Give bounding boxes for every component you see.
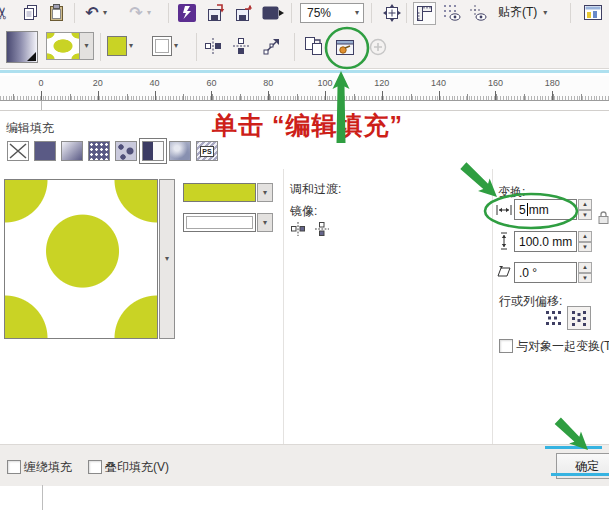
ruler-major-tick — [155, 91, 156, 100]
guidelines-toggle-icon[interactable] — [467, 2, 488, 23]
ruler-major-tick — [268, 91, 269, 100]
wrap-fill-label: 缠绕填充 — [24, 459, 72, 476]
property-bar: ▾ ▾ ▾ — [0, 26, 609, 69]
spin-down-icon: ▼ — [578, 273, 592, 284]
tile-width-spinner[interactable]: ▲▼ — [578, 199, 592, 220]
ok-button-label: 确定 — [575, 458, 599, 475]
mirror-label: 镜像: — [290, 203, 317, 220]
tile-width-unit: mm — [529, 203, 549, 217]
fill-type-two-color-pattern[interactable] — [142, 141, 164, 161]
document-tab-edge — [0, 70, 609, 73]
snap-dropdown-icon: ▾ — [543, 9, 547, 17]
fill-type-texture[interactable] — [169, 141, 191, 161]
fill-type-selector: PS — [7, 141, 218, 161]
panel-divider — [283, 169, 284, 449]
pattern-preview[interactable] — [4, 179, 158, 339]
ruler-tick-label: 0 — [38, 78, 43, 88]
front-color-dropdown2-icon[interactable]: ▾ — [257, 183, 273, 202]
fill-type-postscript[interactable]: PS — [196, 141, 218, 161]
ruler-major-tick — [552, 91, 553, 100]
ok-highlight-bottom — [551, 473, 609, 476]
fill-type-uniform[interactable] — [34, 141, 56, 161]
pattern-gallery-dropdown[interactable]: ▾ — [159, 179, 175, 339]
front-color-swatch[interactable] — [107, 36, 127, 56]
skew-input[interactable]: .0 ° — [514, 262, 577, 283]
pattern-picker-dropdown-icon[interactable]: ▾ — [79, 32, 94, 60]
fill-type-no-fill[interactable] — [7, 141, 29, 161]
transform-fill-icon[interactable] — [262, 36, 282, 56]
tile-width-input[interactable]: 5mm — [514, 199, 577, 220]
back-color-dropdown-icon[interactable]: ▾ — [174, 42, 178, 50]
front-color-dropdown-icon[interactable]: ▾ — [129, 42, 133, 50]
tile-height-spinner[interactable]: ▲▼ — [578, 231, 592, 252]
zoom-to-page-icon[interactable] — [382, 3, 402, 23]
spin-up-icon: ▲ — [578, 231, 592, 242]
snap-to-label: 贴齐(T) — [498, 4, 537, 21]
fill-type-bitmap-pattern[interactable] — [115, 141, 137, 161]
paste-icon[interactable] — [48, 4, 66, 22]
ruler-major-tick — [211, 91, 212, 100]
app-launcher-icon[interactable] — [178, 4, 196, 22]
spin-up-icon: ▲ — [578, 199, 592, 210]
back-color-value-swatch[interactable] — [183, 213, 256, 232]
overprint-fill-checkbox[interactable] — [88, 460, 102, 474]
transform-with-object-checkbox[interactable] — [499, 339, 513, 353]
ruler-mid-ticks — [13, 94, 609, 100]
row-offset-icon[interactable] — [543, 308, 563, 328]
ruler-tick-label: 160 — [488, 78, 503, 88]
fill-tool-icon[interactable] — [6, 31, 38, 63]
redo-icon[interactable]: ↷ — [126, 3, 146, 23]
wrap-fill-checkbox[interactable] — [7, 460, 21, 474]
redo-dropdown-icon[interactable]: ▾ — [147, 9, 151, 17]
lock-ratio-icon[interactable] — [597, 210, 609, 225]
pattern-picker-preview[interactable] — [46, 32, 80, 60]
front-color-value-swatch[interactable] — [183, 183, 256, 202]
back-color-swatch[interactable] — [152, 36, 172, 56]
fill-type-fountain[interactable] — [61, 141, 83, 161]
mirror-vertical-tiles-icon[interactable] — [232, 37, 250, 55]
cut-icon[interactable]: ✂ — [0, 3, 13, 23]
ruler: 020406080100120140160180 — [0, 76, 609, 101]
ruler-tick-label: 80 — [263, 78, 273, 88]
spin-down-icon: ▼ — [578, 210, 592, 221]
import-icon[interactable] — [206, 4, 226, 22]
dialog-title: 编辑填充 — [6, 120, 54, 137]
fill-type-vector-pattern[interactable] — [88, 141, 110, 161]
tile-height-value: 100.0 mm — [519, 235, 572, 249]
snap-to-menu[interactable]: 贴齐(T) ▾ — [498, 4, 547, 21]
spin-up-icon: ▲ — [578, 262, 592, 273]
edit-fill-icon[interactable] — [333, 37, 357, 59]
mirror-tiles-vertical-icon[interactable] — [313, 220, 331, 238]
skew-value: .0 ° — [519, 266, 537, 280]
mirror-horizontal-tiles-icon[interactable] — [204, 37, 222, 55]
panel-divider — [492, 169, 493, 449]
back-color-dropdown2-icon[interactable]: ▾ — [257, 213, 273, 232]
zoom-dropdown-icon: ▾ — [355, 9, 359, 17]
ruler-tick-label: 140 — [431, 78, 446, 88]
mirror-tiles-horizontal-icon[interactable] — [289, 220, 307, 238]
dialog-footer: 缠绕填充 叠印填充(V) 确定 — [0, 444, 609, 486]
add-fill-icon[interactable] — [369, 38, 387, 56]
tile-height-icon — [499, 232, 509, 250]
tile-width-value: 5 — [519, 203, 526, 217]
grid-toggle-icon[interactable] — [441, 2, 462, 23]
page-origin-line — [41, 101, 42, 110]
zoom-level-select[interactable]: 75% ▾ — [300, 3, 364, 23]
rulers-toggle-icon[interactable] — [413, 2, 436, 25]
undo-dropdown-icon[interactable]: ▾ — [103, 9, 107, 17]
skew-icon — [496, 265, 512, 279]
ruler-tick-label: 180 — [545, 78, 560, 88]
undo-icon[interactable]: ↶ — [82, 3, 102, 23]
copy-icon[interactable] — [22, 4, 40, 22]
ruler-tick-label: 100 — [317, 78, 332, 88]
column-offset-icon[interactable] — [567, 306, 591, 330]
copy-fill-properties-icon[interactable] — [303, 35, 325, 57]
publish-pdf-icon[interactable] — [262, 5, 285, 21]
export-icon[interactable] — [234, 4, 254, 22]
ok-highlight-top — [545, 446, 602, 449]
standard-toolbar: ✂ ↶ ▾ ↷ ▾ 75% ▾ — [0, 0, 609, 27]
tile-height-input[interactable]: 100.0 mm — [514, 231, 577, 252]
options-icon[interactable] — [583, 4, 603, 22]
skew-spinner[interactable]: ▲▼ — [578, 262, 592, 283]
page-edge-line — [42, 485, 43, 510]
